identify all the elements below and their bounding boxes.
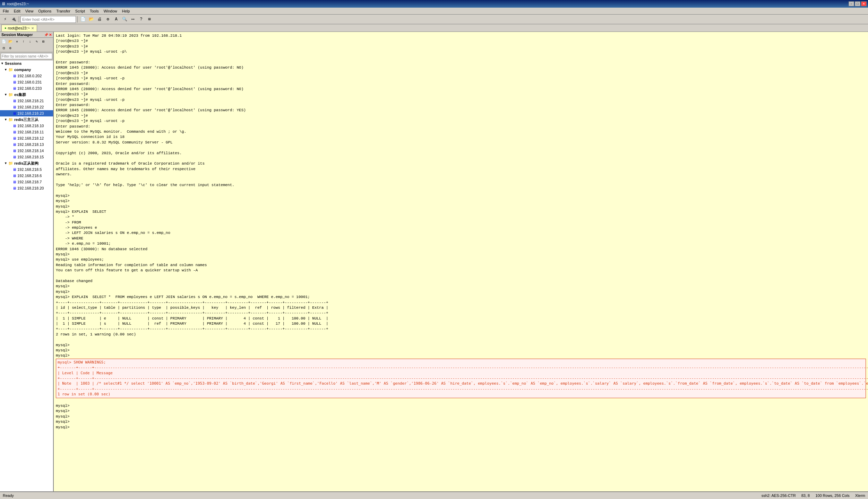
session-item-192-168-0-231[interactable]: 🖥 192.168.0.231 (0, 79, 53, 85)
session-item-192-168-218-23[interactable]: 🖥 192.168.218.23 (0, 110, 53, 116)
group-redis-follow-label: redis正从架构 (14, 161, 38, 166)
status-terminal: Xterm (855, 493, 865, 498)
session-delete-btn[interactable]: ✕ (14, 38, 20, 45)
title-bar-left: 🖥 root@es23:~ (1, 1, 29, 6)
session-filter-input[interactable] (1, 53, 52, 59)
toolbar-btn-find[interactable]: 🔍 (121, 16, 128, 23)
session-toolbar: 📄 📂 ✕ ↑ ↓ ✎ ⊞ ⊟ ⚙ (0, 38, 53, 52)
panel-close-icon[interactable]: ✕ (49, 33, 52, 37)
toolbar-btn-open[interactable]: 📂 (87, 16, 95, 23)
session-item-192-168-218-15[interactable]: 🖥 192.168.218.15 (0, 154, 53, 160)
menu-file[interactable]: File (1, 8, 11, 14)
menu-bar: File Edit View Options Transfer Script T… (0, 8, 868, 15)
session-up-btn[interactable]: ↑ (20, 38, 27, 45)
session-item-192-168-218-20[interactable]: 🖥 192.168.218.20 (0, 185, 53, 191)
session-item-192-168-218-6[interactable]: 🖥 192.168.218.6 (0, 173, 53, 179)
sessions-arrow: ▼ (1, 62, 5, 65)
sessions-label: Sessions (5, 61, 22, 65)
status-bar: Ready ssh2: AES-256-CTR 83, 8 100 Rows, … (0, 491, 868, 499)
menu-tools[interactable]: Tools (88, 8, 101, 14)
menu-edit[interactable]: Edit (12, 8, 23, 14)
new-session-button[interactable]: ⚡ (1, 16, 9, 23)
session-settings-btn[interactable]: ⚙ (7, 45, 14, 51)
toolbar-btn-print[interactable]: 🖨 (96, 16, 103, 23)
session-panel-header-icons: 📌 ✕ (44, 33, 52, 37)
session-item-192-168-218-7[interactable]: 🖥 192.168.218.7 (0, 179, 53, 185)
toolbar-btn-new[interactable]: 📄 (79, 16, 87, 23)
session-item-192-168-218-10[interactable]: 🖥 192.168.218.10 (0, 123, 53, 129)
session-item-192-168-218-12[interactable]: 🖥 192.168.218.12 (0, 135, 53, 141)
status-dimensions: 100 Rows, 256 Cols (815, 493, 849, 498)
group-redis-follow[interactable]: ▼ 📁 redis正从架构 (0, 160, 53, 166)
session-manager-title: Session Manager (1, 33, 33, 37)
menu-help[interactable]: Help (120, 8, 132, 14)
window-title: root@es23:~ (7, 2, 29, 6)
session-collapse-btn[interactable]: ⊟ (1, 45, 7, 51)
tab-bar: ● root@es23:~ ✕ (0, 24, 868, 32)
session-item-192-168-218-13[interactable]: 🖥 192.168.218.13 (0, 141, 53, 148)
terminal-area[interactable]: Last login: Tue Mar 28 04:59:19 2023 fro… (54, 32, 868, 491)
maximize-button[interactable]: □ (855, 1, 860, 6)
minimize-button[interactable]: − (849, 1, 854, 6)
menu-view[interactable]: View (23, 8, 36, 14)
title-bar-buttons: − □ ✕ (849, 1, 867, 6)
status-position: 83, 8 (801, 493, 810, 498)
session-tree: ▼ Sessions ▼ 📁 company 🖥 192.168.0.202 🖥… (0, 60, 53, 491)
group-es-label: es集群 (14, 92, 26, 97)
group-redis3-label: redis三主三从 (14, 117, 38, 122)
company-arrow: ▼ (4, 68, 8, 71)
main-area: Session Manager 📌 ✕ 📄 📂 ✕ ↑ ↓ ✎ ⊞ ⊟ ⚙ ▼ … (0, 32, 868, 491)
session-down-btn[interactable]: ↓ (27, 38, 33, 45)
menu-script[interactable]: Script (73, 8, 87, 14)
sessions-root[interactable]: ▼ Sessions (0, 60, 53, 67)
group-redis-3[interactable]: ▼ 📁 redis三主三从 (0, 116, 53, 123)
session-item-192-168-0-233[interactable]: 🖥 192.168.0.233 (0, 85, 53, 91)
toolbar-separator-2 (77, 16, 78, 23)
session-item-192-168-218-14[interactable]: 🖥 192.168.218.14 (0, 148, 53, 154)
session-item-192-168-0-202[interactable]: 🖥 192.168.0.202 (0, 73, 53, 79)
session-new-btn[interactable]: 📄 (1, 38, 7, 45)
panel-pin-icon[interactable]: 📌 (44, 33, 48, 37)
session-panel: Session Manager 📌 ✕ 📄 📂 ✕ ↑ ↓ ✎ ⊞ ⊟ ⚙ ▼ … (0, 32, 54, 491)
toolbar-btn-transfer[interactable]: ⟷ (129, 16, 137, 23)
es-arrow: ▼ (4, 93, 8, 96)
session-open-btn[interactable]: 📂 (7, 38, 14, 45)
menu-options[interactable]: Options (36, 8, 53, 14)
status-right: ssh2: AES-256-CTR 83, 8 100 Rows, 256 Co… (762, 493, 865, 498)
redis3-arrow: ▼ (4, 118, 8, 121)
session-item-192-168-218-5[interactable]: 🖥 192.168.218.5 (0, 166, 53, 173)
title-bar: 🖥 root@es23:~ − □ ✕ (0, 0, 868, 8)
session-item-192-168-218-22[interactable]: 🖥 192.168.218.22 (0, 104, 53, 110)
tab-close-icon[interactable]: ✕ (31, 26, 34, 30)
status-ssh: ssh2: AES-256-CTR (762, 493, 796, 498)
menu-transfer[interactable]: Transfer (54, 8, 72, 14)
redis-follow-arrow: ▼ (4, 161, 8, 165)
session-expand-btn[interactable]: ⊞ (40, 38, 46, 45)
toolbar-btn-more[interactable]: ⊞ (146, 16, 153, 23)
menu-window[interactable]: Window (102, 8, 119, 14)
toolbar: ⚡ 🔌 📄 📂 🖨 ⚙ A 🔍 ⟷ ? ⊞ (0, 15, 868, 24)
group-company[interactable]: ▼ 📁 company (0, 67, 53, 73)
group-company-label: company (14, 68, 31, 72)
toolbar-btn-font[interactable]: A (112, 16, 120, 23)
close-button[interactable]: ✕ (861, 1, 867, 6)
toolbar-btn-settings[interactable]: ⚙ (104, 16, 112, 23)
session-filter (0, 52, 53, 60)
connect-button[interactable]: 🔌 (10, 16, 17, 23)
session-item-192-168-218-21[interactable]: 🖥 192.168.218.21 (0, 98, 53, 104)
host-input[interactable] (20, 16, 76, 23)
tab-root-es23[interactable]: ● root@es23:~ ✕ (1, 25, 37, 32)
toolbar-btn-help[interactable]: ? (137, 16, 145, 23)
status-left: Ready (3, 493, 14, 498)
session-panel-header: Session Manager 📌 ✕ (0, 32, 53, 38)
group-es-cluster[interactable]: ▼ 📁 es集群 (0, 91, 53, 98)
toolbar-separator-1 (19, 16, 19, 23)
session-rename-btn[interactable]: ✎ (34, 38, 40, 45)
tab-label: root@es23:~ (8, 26, 29, 30)
session-item-192-168-218-11[interactable]: 🖥 192.168.218.11 (0, 129, 53, 135)
